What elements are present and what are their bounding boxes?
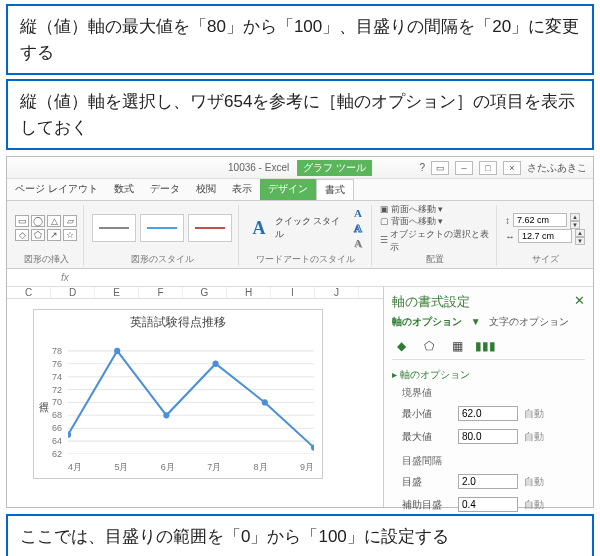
window-title: 10036 - Excel xyxy=(228,162,289,173)
col-head[interactable]: D xyxy=(51,287,95,298)
axis-major-auto[interactable]: 自動 xyxy=(524,475,544,489)
axis-major-label: 目盛 xyxy=(402,475,452,489)
col-head[interactable]: I xyxy=(271,287,315,298)
axis-minor-input[interactable] xyxy=(458,497,518,512)
tab-data[interactable]: データ xyxy=(142,179,188,200)
axis-max-row: 最大値 自動 xyxy=(402,429,585,444)
column-headers: C D E F G H I J xyxy=(7,287,383,299)
axis-minor-row: 補助目盛 自動 xyxy=(402,497,585,512)
ribbon-group-wordart-label: ワードアートのスタイル xyxy=(256,253,355,266)
bring-forward[interactable]: ▣ 前面へ移動 ▾ xyxy=(380,203,490,216)
axis-max-label: 最大値 xyxy=(402,430,452,444)
fx-icon[interactable]: fx xyxy=(55,272,75,283)
maximize-button[interactable]: □ xyxy=(479,161,497,175)
ribbon-group-size-label: サイズ xyxy=(532,253,559,266)
shape-gallery[interactable]: ▭◯△▱ ◇⬠↗☆ xyxy=(15,215,77,241)
col-head[interactable]: E xyxy=(95,287,139,298)
bounds-label: 境界値 xyxy=(402,386,585,400)
shape-style-2[interactable] xyxy=(140,214,184,242)
col-head[interactable]: J xyxy=(315,287,359,298)
axis-major-input[interactable] xyxy=(458,474,518,489)
shape-style-3[interactable] xyxy=(188,214,232,242)
svg-point-10 xyxy=(114,348,120,354)
content-area: C D E F G H I J 英語試験得点推移 得点 626466687072… xyxy=(7,287,593,507)
ribbon-group-shapes: ▭◯△▱ ◇⬠↗☆ 図形の挿入 xyxy=(9,205,84,266)
chart-tools-label: グラフ ツール xyxy=(297,160,372,176)
axis-min-label: 最小値 xyxy=(402,407,452,421)
x-axis-labels: 4月5月6月7月8月9月 xyxy=(68,461,314,474)
send-backward[interactable]: ▢ 背面へ移動 ▾ xyxy=(380,215,490,228)
fill-line-icon[interactable]: ◆ xyxy=(392,337,410,355)
shape-height-input[interactable] xyxy=(513,213,567,227)
quick-style-icon[interactable]: A xyxy=(247,215,271,241)
minimize-button[interactable]: – xyxy=(455,161,473,175)
pane-title: 軸の書式設定 xyxy=(392,293,470,311)
pane-tab-text-options[interactable]: 文字のオプション xyxy=(489,316,569,327)
tab-view[interactable]: 表示 xyxy=(224,179,260,200)
callout-3: ここでは、目盛りの範囲を「0」から「100」に設定する xyxy=(6,514,594,556)
pane-option-tabs: 軸のオプション ▼ 文字のオプション xyxy=(392,315,585,329)
ribbon-group-size: ↕ ▲▼ ↔ ▲▼ サイズ xyxy=(499,205,591,266)
ribbon-group-shapes-label: 図形の挿入 xyxy=(24,253,69,266)
col-head[interactable]: G xyxy=(183,287,227,298)
height-stepper[interactable]: ▲▼ xyxy=(570,213,580,227)
axis-minor-label: 補助目盛 xyxy=(402,498,452,512)
pane-tab-axis-options[interactable]: 軸のオプション ▼ xyxy=(392,316,481,327)
svg-point-9 xyxy=(68,432,71,438)
tab-review[interactable]: 校閲 xyxy=(188,179,224,200)
height-icon: ↕ xyxy=(505,215,510,226)
embedded-chart[interactable]: 英語試験得点推移 得点 626466687072747678 4月5月6月7月8… xyxy=(33,309,323,479)
axis-max-auto[interactable]: 自動 xyxy=(524,430,544,444)
title-bar: 10036 - Excel グラフ ツール ? ▭ – □ × さたふあきこ xyxy=(7,157,593,179)
ribbon-group-arrange-label: 配置 xyxy=(426,253,444,266)
format-axis-pane: 軸の書式設定 ✕ 軸のオプション ▼ 文字のオプション ◆ ⬠ ▦ ▮▮▮ ▸ … xyxy=(383,287,593,507)
ribbon-group-wordart: A クイック スタイル A A A ワードアートのスタイル xyxy=(241,205,372,266)
text-fill-icon[interactable]: A xyxy=(351,206,365,220)
svg-point-12 xyxy=(213,361,219,367)
axis-min-auto[interactable]: 自動 xyxy=(524,407,544,421)
quick-style-label[interactable]: クイック スタイル xyxy=(275,215,343,241)
axis-min-row: 最小値 自動 xyxy=(402,406,585,421)
excel-window: 10036 - Excel グラフ ツール ? ▭ – □ × さたふあきこ ペ… xyxy=(6,156,594,508)
text-effects-icon[interactable]: A xyxy=(351,236,365,250)
ribbon-group-shape-styles: 図形のスタイル xyxy=(86,205,239,266)
axis-options-section[interactable]: ▸ 軸のオプション xyxy=(392,368,585,382)
ribbon-group-shape-styles-label: 図形のスタイル xyxy=(131,253,194,266)
col-head[interactable]: F xyxy=(139,287,183,298)
effects-icon[interactable]: ⬠ xyxy=(420,337,438,355)
shape-width-input[interactable] xyxy=(518,229,572,243)
formula-bar: fx xyxy=(7,269,593,287)
size-properties-icon[interactable]: ▦ xyxy=(448,337,466,355)
axis-max-input[interactable] xyxy=(458,429,518,444)
user-name: さたふあきこ xyxy=(527,161,587,175)
close-button[interactable]: × xyxy=(503,161,521,175)
units-label: 目盛間隔 xyxy=(402,454,585,468)
width-icon: ↔ xyxy=(505,231,515,242)
help-icon[interactable]: ? xyxy=(419,162,425,173)
worksheet[interactable]: C D E F G H I J 英語試験得点推移 得点 626466687072… xyxy=(7,287,383,507)
ribbon-group-arrange: ▣ 前面へ移動 ▾ ▢ 背面へ移動 ▾ ☰ オブジェクトの選択と表示 配置 xyxy=(374,205,497,266)
ribbon-collapse-icon[interactable]: ▭ xyxy=(431,161,449,175)
axis-options-icon[interactable]: ▮▮▮ xyxy=(476,337,494,355)
width-stepper[interactable]: ▲▼ xyxy=(575,229,585,243)
tab-formulas[interactable]: 数式 xyxy=(106,179,142,200)
tab-design[interactable]: デザイン xyxy=(260,179,316,200)
ribbon: ▭◯△▱ ◇⬠↗☆ 図形の挿入 図形のスタイル A クイック スタイル A A xyxy=(7,201,593,269)
pane-close-icon[interactable]: ✕ xyxy=(574,293,585,311)
tab-page-layout[interactable]: ページ レイアウト xyxy=(7,179,106,200)
ribbon-tabs: ページ レイアウト 数式 データ 校閲 表示 デザイン 書式 xyxy=(7,179,593,201)
callout-2: 縦（値）軸を選択し、ワザ654を参考に［軸のオプション］の項目を表示しておく xyxy=(6,79,594,150)
callout-1: 縦（値）軸の最大値を「80」から「100」、目盛りの間隔を「20」に変更する xyxy=(6,4,594,75)
axis-major-row: 目盛 自動 xyxy=(402,474,585,489)
tab-format[interactable]: 書式 xyxy=(316,179,354,200)
col-head[interactable]: C xyxy=(7,287,51,298)
text-outline-icon[interactable]: A xyxy=(351,221,365,235)
chart-title[interactable]: 英語試験得点推移 xyxy=(34,310,322,335)
chart-plot-area[interactable] xyxy=(68,338,314,454)
y-axis-labels: 626466687072747678 xyxy=(34,338,64,454)
axis-min-input[interactable] xyxy=(458,406,518,421)
axis-minor-auto[interactable]: 自動 xyxy=(524,498,544,512)
col-head[interactable]: H xyxy=(227,287,271,298)
selection-pane[interactable]: ☰ オブジェクトの選択と表示 xyxy=(380,228,490,253)
shape-style-1[interactable] xyxy=(92,214,136,242)
